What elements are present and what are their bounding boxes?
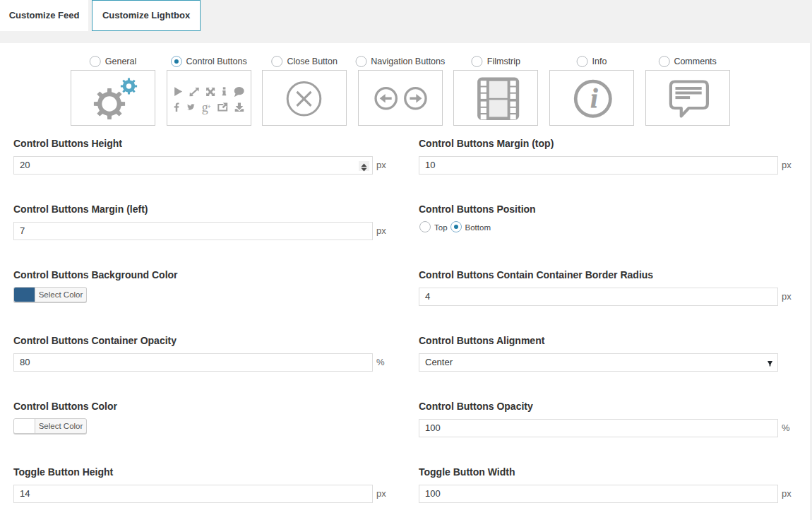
- svg-text:i: i: [590, 84, 598, 113]
- svg-text:+: +: [207, 103, 210, 110]
